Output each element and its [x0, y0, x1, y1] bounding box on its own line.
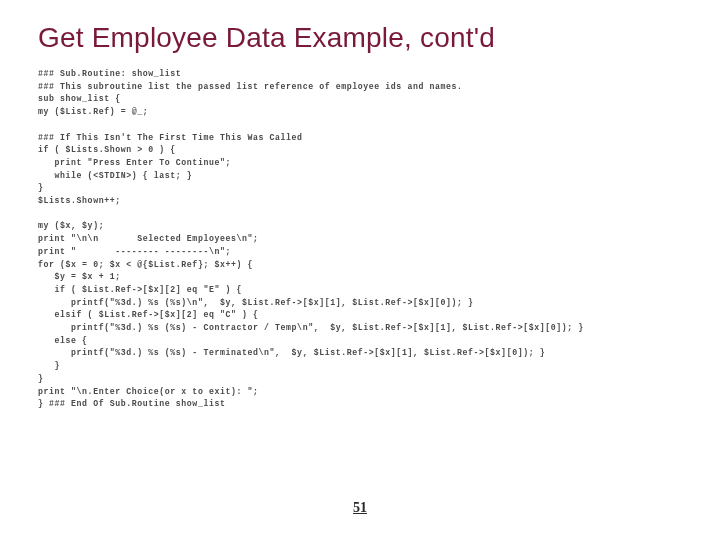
- page-title: Get Employee Data Example, cont'd: [38, 22, 682, 54]
- code-block: ### Sub.Routine: show_list ### This subr…: [38, 68, 682, 411]
- slide: Get Employee Data Example, cont'd ### Su…: [0, 0, 720, 540]
- page-number: 51: [0, 500, 720, 516]
